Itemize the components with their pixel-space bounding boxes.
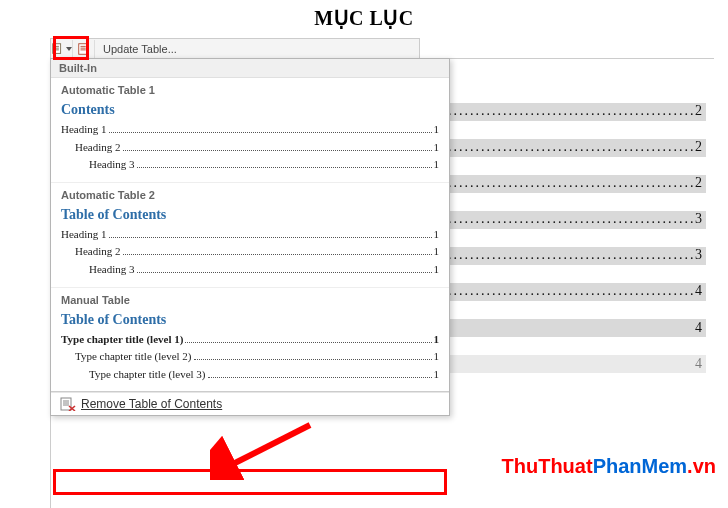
gallery-section-builtin: Built-In [51,59,449,78]
doc-page-number: 2 [695,139,702,155]
update-table-icon[interactable] [73,40,95,58]
doc-page-number: 4 [695,283,702,299]
doc-page-number: 3 [695,247,702,263]
svg-rect-2 [61,398,71,410]
gallery-item-auto2[interactable]: Automatic Table 2 Table of Contents Head… [51,183,449,288]
toc-control-bar: Update Table... [50,38,420,59]
toc-preview-title: Table of Contents [61,207,439,223]
toc-gallery-dropdown: Built-In Automatic Table 1 Contents Head… [50,58,450,416]
remove-toc-label: Remove Table of Contents [81,397,222,411]
toc-preview-title: Table of Contents [61,312,439,328]
doc-page-number: 2 [695,175,702,191]
doc-page-number: 4 [695,320,702,336]
svg-rect-1 [78,43,87,54]
update-table-button[interactable]: Update Table... [95,43,185,55]
gallery-item-name: Automatic Table 2 [61,189,439,201]
doc-page-number: 2 [695,103,702,119]
page-title: MỤC LỤC [0,0,728,38]
gallery-item-name: Automatic Table 1 [61,84,439,96]
remove-toc-menuitem[interactable]: Remove Table of Contents [51,392,449,415]
gallery-item-manual[interactable]: Manual Table Table of Contents Type chap… [51,288,449,393]
watermark: ThuThuatPhanMem.vn [502,455,716,478]
doc-page-number: 3 [695,211,702,227]
doc-page-number: 4 [695,356,702,372]
gallery-item-auto1[interactable]: Automatic Table 1 Contents Heading 11 He… [51,78,449,183]
toc-preview-title: Contents [61,102,439,118]
gallery-item-name: Manual Table [61,294,439,306]
toc-options-dropdown[interactable] [51,40,73,58]
remove-toc-icon [59,397,77,411]
